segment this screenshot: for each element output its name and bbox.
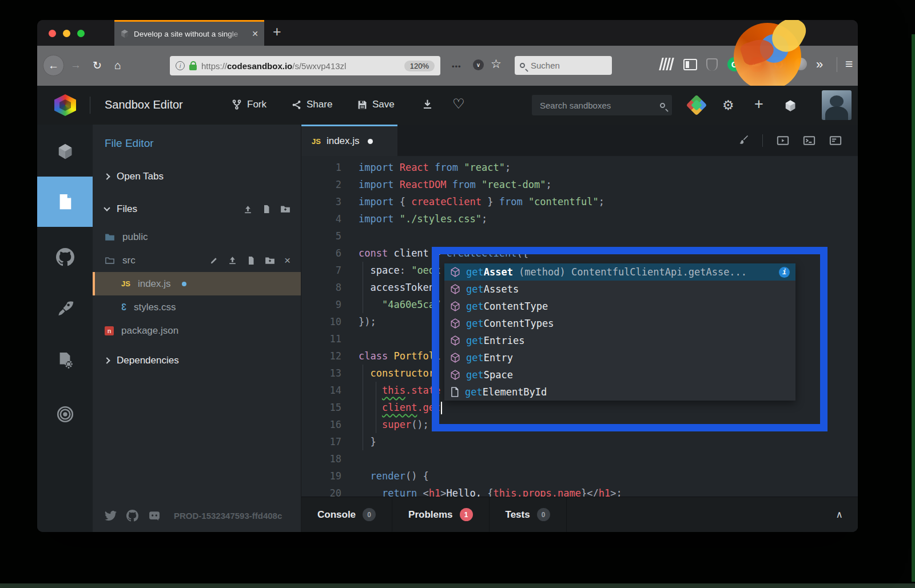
new-folder-icon[interactable]	[280, 204, 291, 214]
line-number: 18	[301, 450, 341, 467]
file-row-styles-css[interactable]: 3 styles.css	[93, 295, 301, 319]
zoom-window-button[interactable]	[77, 30, 85, 37]
tab-tests[interactable]: Tests 0	[490, 497, 567, 532]
autocomplete-item-getContentType[interactable]: getContentType	[444, 298, 795, 315]
code-line[interactable]: import { createClient } from "contentful…	[359, 193, 622, 210]
page-zoom-badge[interactable]: 120%	[404, 61, 435, 71]
overflow-menu-icon[interactable]: »	[816, 57, 823, 72]
sidebar-item-deploy[interactable]	[37, 289, 93, 329]
codesandbox-logo[interactable]	[54, 94, 76, 116]
share-button[interactable]: Share	[292, 99, 332, 110]
autocomplete-item-getElementById[interactable]: getElementById	[444, 383, 795, 401]
autocomplete-item-getSpace[interactable]: getSpace	[444, 366, 795, 383]
like-heart-icon[interactable]: ♡	[452, 96, 465, 112]
url-text[interactable]: https://codesandbox.io/s/5wxvp413zl	[201, 61, 400, 71]
sidebar-item-project[interactable]	[37, 131, 93, 171]
code-line[interactable]	[359, 227, 622, 245]
autocomplete-item-getAsset[interactable]: getAsset (method) ContentfulClientApi.ge…	[444, 263, 795, 281]
tab-problems[interactable]: Problems 1	[392, 497, 489, 532]
minimize-window-button[interactable]	[63, 30, 70, 37]
download-icon[interactable]	[422, 99, 433, 110]
tracking-shield-icon[interactable]	[706, 58, 718, 71]
discord-icon[interactable]	[148, 509, 161, 522]
close-window-button[interactable]	[49, 30, 56, 37]
autocomplete-item-getEntry[interactable]: getEntry	[444, 349, 795, 366]
site-info-icon[interactable]: i	[176, 61, 185, 70]
upload-icon[interactable]	[243, 205, 253, 214]
new-sandbox-plus-icon[interactable]: +	[754, 95, 763, 113]
method-cube-icon	[450, 335, 460, 346]
browser-search-box[interactable]	[515, 56, 612, 75]
tab-close-icon[interactable]: ✕	[252, 29, 258, 38]
line-number: 6	[301, 245, 341, 262]
files-section[interactable]: Files	[93, 198, 301, 221]
sidebar-item-live[interactable]	[37, 394, 93, 434]
delete-icon[interactable]: ×	[284, 257, 291, 265]
library-icon[interactable]	[659, 58, 674, 70]
editor-tab-index-js[interactable]: JS index.js	[301, 125, 397, 156]
new-folder-icon[interactable]	[265, 255, 275, 266]
new-tab-button[interactable]: +	[273, 23, 281, 40]
pocket-icon[interactable]: ∨	[473, 59, 484, 70]
problems-count-badge: 1	[460, 508, 473, 521]
autocomplete-item-getEntries[interactable]: getEntries	[444, 332, 795, 349]
sandbox-search-box[interactable]	[532, 95, 672, 115]
code-line[interactable]: return <h1>Hello, {this.props.name}</h1>…	[359, 485, 622, 497]
dependencies-section[interactable]: Dependencies	[93, 349, 301, 372]
code-line[interactable]: import React from "react";	[359, 159, 622, 176]
browser-search-input[interactable]	[530, 60, 592, 71]
sidebar-item-config[interactable]	[37, 340, 93, 380]
twitter-icon[interactable]	[105, 510, 117, 522]
folder-row-src[interactable]: src ×	[93, 249, 301, 272]
sidebar-toggle-icon[interactable]	[683, 59, 697, 70]
tab-console[interactable]: Console 0	[301, 497, 392, 532]
community-badge-icon[interactable]	[686, 95, 707, 116]
code-line[interactable]: render() {	[359, 467, 622, 485]
home-button[interactable]: ⌂	[114, 59, 121, 72]
user-avatar[interactable]	[822, 90, 852, 120]
bookmark-star-icon[interactable]: ☆	[491, 57, 502, 71]
page-actions-icon[interactable]: •••	[452, 62, 462, 71]
file-row-package-json[interactable]: n package.json	[93, 319, 301, 342]
code-line[interactable]: import ReactDOM from "react-dom";	[359, 176, 622, 193]
line-number: 17	[301, 433, 341, 450]
editor-tab-bar: JS index.js	[301, 125, 858, 156]
reload-button[interactable]: ↻	[93, 59, 102, 72]
browser-tab[interactable]: Develop a site without a single ✕	[114, 20, 264, 46]
fork-button[interactable]: Fork	[232, 99, 266, 110]
rename-pencil-icon[interactable]	[210, 256, 218, 265]
url-bar[interactable]: i https://codesandbox.io/s/5wxvp413zl 12…	[170, 56, 440, 75]
collapse-chevron-icon[interactable]: ∧	[836, 509, 858, 521]
code-line[interactable]: }	[359, 433, 622, 450]
code-line[interactable]: import "./styles.css";	[359, 210, 622, 227]
code-line[interactable]	[359, 450, 622, 467]
method-cube-icon	[450, 267, 460, 277]
forward-button[interactable]: →	[70, 59, 81, 71]
sidebar-item-file-editor[interactable]	[37, 177, 93, 227]
open-tabs-section[interactable]: Open Tabs	[93, 165, 301, 188]
browser-preview-icon[interactable]	[777, 135, 789, 146]
terminal-icon[interactable]	[803, 135, 815, 146]
prettify-brush-icon[interactable]	[738, 135, 749, 146]
github-icon[interactable]	[126, 510, 138, 522]
back-button[interactable]: ←	[43, 55, 64, 76]
editor-layout-icon[interactable]	[829, 135, 842, 146]
settings-gear-icon[interactable]: ⚙	[722, 98, 734, 113]
sandbox-search-input[interactable]	[539, 100, 660, 111]
sidebar-item-github[interactable]	[37, 237, 93, 277]
completion-name: getContentTypes	[466, 318, 554, 329]
folder-row-public[interactable]: public	[93, 225, 301, 249]
line-number: 20	[301, 485, 341, 497]
hamburger-menu-icon[interactable]: ≡	[845, 57, 853, 72]
sandbox-cube-icon[interactable]	[784, 99, 797, 112]
info-icon[interactable]: i	[779, 267, 790, 278]
autocomplete-item-getContentTypes[interactable]: getContentTypes	[444, 315, 795, 332]
line-number: 2	[301, 176, 341, 193]
new-file-icon[interactable]	[246, 256, 256, 265]
save-button[interactable]: Save	[357, 99, 395, 110]
url-scheme: https://	[201, 61, 227, 71]
autocomplete-item-getAssets[interactable]: getAssets	[444, 281, 795, 298]
new-file-icon[interactable]	[262, 205, 271, 214]
file-row-index-js[interactable]: JS index.js	[93, 272, 301, 295]
upload-icon[interactable]	[228, 255, 237, 265]
